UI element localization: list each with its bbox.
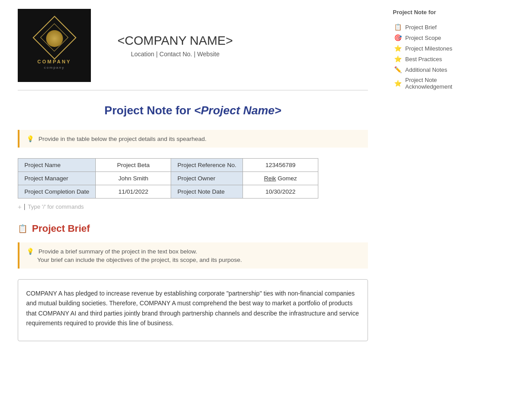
section-brief-heading: 📋 Project Brief — [18, 223, 368, 234]
brief-info-text-2: Your brief can include the objectives of… — [37, 257, 242, 263]
table-cell: Reik Gomez — [243, 172, 318, 185]
brief-text-content[interactable]: COMPANY A has pledged to increase revenu… — [18, 279, 368, 341]
brief-info-text-1: Provide a brief summary of the project i… — [39, 248, 197, 255]
logo-circle — [46, 30, 63, 47]
table-row: Project Manager John Smith Project Owner… — [18, 172, 318, 185]
sidebar-icon-milestones: ⭐ — [394, 45, 402, 52]
sidebar: Project Note for 📋 Project Brief 🎯 Proje… — [386, 0, 483, 409]
company-logo: COMPANY company — [18, 9, 91, 82]
logo-sub-text: company — [44, 66, 64, 70]
sidebar-item-best-practices[interactable]: ⭐ Best Practices — [393, 54, 476, 64]
sidebar-label-scope: Project Scope — [405, 35, 441, 41]
table-cell: Project Reference No. — [171, 159, 243, 172]
command-placeholder: Type '/' for commands — [28, 203, 84, 210]
table-cell: 11/01/2022 — [96, 185, 171, 199]
sidebar-icon-additional-notes: ✏️ — [394, 66, 402, 73]
bulb-icon-1: 💡 — [27, 136, 34, 142]
table-cell: 123456789 — [243, 159, 318, 172]
table-cell: Project Owner — [171, 172, 243, 185]
sidebar-label-best-practices: Best Practices — [405, 56, 442, 62]
brief-title: Project Brief — [32, 223, 90, 234]
sidebar-icon-brief: 📋 — [394, 23, 402, 31]
company-info: <COMPANY NAME> Location | Contact No. | … — [117, 34, 233, 58]
table-cell: Project Name — [18, 159, 96, 172]
brief-content-text: COMPANY A has pledged to increase revenu… — [26, 290, 359, 327]
sidebar-label-additional-notes: Additional Notes — [405, 66, 447, 73]
brief-info-line2: Your brief can include the objectives of… — [27, 257, 361, 263]
project-brief-section: 📋 Project Brief 💡 Provide a brief summar… — [18, 223, 368, 341]
info-box-1-text: Provide in the table below the project d… — [39, 136, 207, 142]
sidebar-icon-scope: 🎯 — [394, 34, 402, 41]
table-cell: Project Beta — [96, 159, 171, 172]
bulb-icon-2: 💡 — [27, 248, 34, 255]
page-title-prefix: Project Note for — [105, 104, 194, 117]
plus-icon: + — [18, 203, 22, 210]
page-title-project-name: <Project Name> — [194, 104, 282, 117]
sidebar-item-additional-notes[interactable]: ✏️ Additional Notes — [393, 64, 476, 75]
table-cell: Project Manager — [18, 172, 96, 185]
text-cursor — [24, 204, 25, 210]
table-cell-underlined: Reik — [264, 175, 276, 182]
sidebar-item-scope[interactable]: 🎯 Project Scope — [393, 32, 476, 43]
sidebar-item-brief[interactable]: 📋 Project Brief — [393, 22, 476, 32]
info-box-1: 💡 Provide in the table below the project… — [18, 130, 368, 148]
table-row: Project Completion Date 11/01/2022 Proje… — [18, 185, 318, 199]
sidebar-item-acknowledgement[interactable]: ⭐ Project Note Acknowledgement — [393, 75, 476, 92]
brief-icon: 📋 — [18, 224, 27, 234]
table-cell: John Smith — [96, 172, 171, 185]
table-row: Project Name Project Beta Project Refere… — [18, 159, 318, 172]
sidebar-label-acknowledgement: Project Note Acknowledgement — [405, 77, 475, 90]
logo-company-text: COMPANY — [37, 59, 71, 64]
sidebar-icon-best-practices: ⭐ — [394, 55, 402, 62]
sidebar-icon-acknowledgement: ⭐ — [394, 80, 402, 87]
sidebar-label-brief: Project Brief — [405, 24, 437, 31]
main-content: COMPANY company <COMPANY NAME> Location … — [0, 0, 386, 409]
company-name: <COMPANY NAME> — [117, 34, 233, 48]
sidebar-item-milestones[interactable]: ⭐ Project Milestones — [393, 43, 476, 54]
table-cell: Project Note Date — [171, 185, 243, 199]
table-cell-name-part: Gomez — [276, 175, 297, 182]
command-input-row[interactable]: + Type '/' for commands — [18, 203, 368, 210]
header-area: COMPANY company <COMPANY NAME> Location … — [18, 9, 368, 90]
page-title: Project Note for <Project Name> — [18, 104, 368, 117]
brief-info-line1: 💡 Provide a brief summary of the project… — [27, 248, 361, 255]
sidebar-title: Project Note for — [393, 9, 476, 16]
brief-info-box: 💡 Provide a brief summary of the project… — [18, 242, 368, 269]
table-cell: Project Completion Date — [18, 185, 96, 199]
project-table: Project Name Project Beta Project Refere… — [18, 158, 318, 199]
page-wrapper: COMPANY company <COMPANY NAME> Location … — [0, 0, 532, 409]
sidebar-label-milestones: Project Milestones — [405, 45, 452, 52]
table-cell: 10/30/2022 — [243, 185, 318, 199]
company-details: Location | Contact No. | Website — [117, 51, 233, 58]
